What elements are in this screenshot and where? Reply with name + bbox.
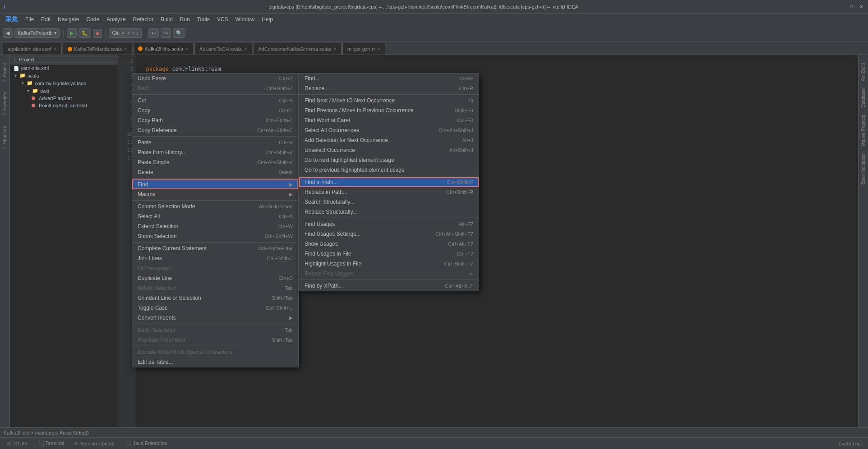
sm-unselect-occurrence[interactable]: Unselect Occurrence Alt+Shift+J	[299, 145, 479, 155]
cm-find[interactable]: Find ▶	[132, 179, 298, 189]
tab-kafka2hdfs[interactable]: Kafka2Hdfs.scala ✕	[133, 43, 194, 55]
sidebar-item-database[interactable]: Database	[860, 85, 867, 111]
minimize-button[interactable]: –	[838, 4, 845, 10]
cm-prev-param[interactable]: Previous Parameter Shift+Tab	[132, 335, 298, 345]
sm-replace[interactable]: Replace... Ctrl+R	[299, 83, 479, 93]
menu-item-caiji[interactable]: 采集	[2, 14, 22, 25]
sm-find-by-xpath[interactable]: Find by XPath... Ctrl+Alt+X, F	[299, 281, 479, 291]
menu-item-analyze[interactable]: Analyze	[103, 15, 129, 24]
sm-go-next-highlighted[interactable]: Go to next highlighted element usage	[299, 155, 479, 165]
cm-redo[interactable]: Redo Ctrl+Shift+Z	[132, 83, 298, 93]
sm-replace-in-path[interactable]: Replace in Path... Ctrl+Shift+R	[299, 187, 479, 197]
cm-paste-history[interactable]: Paste from History... Ctrl+Shift+V	[132, 147, 298, 157]
cm-macros[interactable]: Macros ▶	[132, 189, 298, 199]
sm-add-selection-next[interactable]: Add Selection for Next Occurrence Alt+J	[299, 135, 479, 145]
tab-application-dev-conf[interactable]: application-dev.conf ✕	[3, 43, 62, 55]
sm-find[interactable]: Find... Ctrl+F	[299, 73, 479, 83]
stop-button[interactable]: ■	[93, 29, 102, 38]
tree-item-yarn[interactable]: 📄 yarn-site.xml	[10, 64, 118, 72]
toolbar-back[interactable]: ◀	[3, 28, 13, 38]
cm-delete[interactable]: Delete Delete	[132, 167, 298, 177]
tab-kafkatopolardb[interactable]: KafkaToPolardb.scala ✕	[63, 43, 132, 55]
cm-indent-selection[interactable]: Indent Selection Tab	[132, 283, 298, 293]
cm-fill-paragraph[interactable]: Fill Paragraph	[132, 263, 298, 273]
menu-item-edit[interactable]: Edit	[37, 15, 54, 24]
sidebar-item-maven[interactable]: Maven Projects	[860, 111, 867, 150]
sm-replace-structurally[interactable]: Replace Structurally...	[299, 207, 479, 217]
menu-item-file[interactable]: File	[22, 15, 37, 24]
sm-highlight-usages[interactable]: Highlight Usages in File Ctrl+Shift+F7	[299, 259, 479, 269]
context-menu-overlay[interactable]: Undo Paste Ctrl+Z Redo Ctrl+Shift+Z Cut …	[118, 55, 858, 437]
cm-duplicate-line[interactable]: Duplicate Line Ctrl+D	[132, 273, 298, 283]
sm-find-usages-settings[interactable]: Find Usages Settings... Ctrl+Alt+Shift+F…	[299, 229, 479, 239]
menu-item-navigate[interactable]: Navigate	[54, 15, 83, 24]
tab-adconsumer[interactable]: AdConsumerKafkaSchema.scala ✕	[253, 43, 341, 55]
bottom-tab-vcs[interactable]: 9: Version Control	[71, 440, 118, 447]
sm-find-prev[interactable]: Find Previous / Move to Previous Occurre…	[299, 105, 479, 115]
maximize-button[interactable]: □	[848, 4, 854, 10]
menu-item-refactor[interactable]: Refactor	[129, 15, 157, 24]
menu-item-help[interactable]: Help	[258, 15, 277, 24]
run-button[interactable]: ▶	[67, 28, 77, 38]
cm-encode-xml[interactable]: Encode XML/HTML Special Characters	[132, 347, 298, 357]
sm-select-all-occurrences[interactable]: Select All Occurrences Ctrl+Alt+Shift+J	[299, 125, 479, 135]
sm-find-next[interactable]: Find Next / Move tO Next Occurrence F3	[299, 96, 479, 105]
sm-recent-find-usages[interactable]: Recent Find Usages ▶	[299, 269, 479, 279]
cm-join-lines[interactable]: Join Lines Ctrl+Shift+J	[132, 253, 298, 263]
cm-toggle-case[interactable]: Toggle Case Ctrl+Shift+U	[132, 303, 298, 313]
cm-shrink-selection[interactable]: Shrink Selection Ctrl+Shift+W	[132, 231, 298, 241]
sm-find-in-path[interactable]: Find in Path... Ctrl+Shift+F	[299, 177, 479, 187]
sm-find-usages[interactable]: Find Usages Alt+F7	[299, 219, 479, 229]
cm-select-all[interactable]: Select All Ctrl+A	[132, 211, 298, 221]
menu-item-build[interactable]: Build	[157, 15, 176, 24]
cm-paste[interactable]: Paste Ctrl+V	[132, 137, 298, 147]
menu-item-window[interactable]: Window	[232, 15, 259, 24]
menu-item-vcs[interactable]: VCS	[213, 15, 232, 24]
tree-item-com-zw[interactable]: ▼ 📁 com.zw.bigdata.yd.land	[10, 79, 118, 87]
close-button[interactable]: ✕	[858, 4, 864, 10]
tree-item-advertplan[interactable]: AdvertPlanStat	[10, 95, 118, 102]
cm-cut[interactable]: Cut Ctrl+X	[132, 96, 298, 105]
git-branch[interactable]: Git: ✓ ✓ ↑ ↓	[109, 28, 141, 38]
redo-button[interactable]: ↪	[161, 28, 171, 38]
sm-find-word-at-caret[interactable]: Find Word at Caret Ctrl+F3	[299, 115, 479, 125]
bottom-tab-event-log[interactable]: Event Log	[835, 440, 864, 447]
sidebar-item-structure[interactable]: Z: Structure	[1, 122, 8, 153]
cm-paste-simple[interactable]: Paste Simple Ctrl+Alt+Shift+V	[132, 157, 298, 167]
cm-copy-path[interactable]: Copy Path Ctrl+Shift+C	[132, 115, 298, 125]
sidebar-item-ant-build[interactable]: Ant Build	[860, 60, 867, 85]
cm-extend-selection[interactable]: Extend Selection Ctrl+W	[132, 221, 298, 231]
sm-find-usages-in-file[interactable]: FInd Usages in File Ctrl+F7	[299, 249, 479, 259]
cm-complete-statement[interactable]: Complete Current Statement Ctrl+Shift+En…	[132, 243, 298, 253]
tab-adlandtoch[interactable]: AdLandToCH.scala ✕	[194, 43, 252, 55]
bottom-tab-terminal[interactable]: ⬛ Terminal	[34, 440, 68, 447]
cm-copy[interactable]: Copy Ctrl+C	[132, 105, 298, 115]
tree-item-dwd[interactable]: ▼ 📁 dwd	[10, 87, 118, 95]
menu-item-code[interactable]: Code	[83, 15, 103, 24]
cm-column-selection[interactable]: Column Selection Mode Alt+Shift+Insert	[132, 202, 298, 211]
search-everywhere[interactable]: 🔍	[173, 28, 185, 38]
bottom-tab-todo[interactable]: 6: TODO	[4, 440, 31, 447]
cm-convert-indents[interactable]: Convert Indents ▶	[132, 313, 298, 323]
sidebar-item-bean-validation[interactable]: Bean Validation	[860, 150, 867, 188]
tab-cps-gzh-rt[interactable]: m cps-gzh-rt ✕	[342, 43, 385, 55]
sidebar-item-favorites[interactable]: 2: Favorites	[1, 88, 8, 119]
cm-copy-reference[interactable]: Copy Reference Ctrl+Alt+Shift+C	[132, 125, 298, 135]
menu-item-tools[interactable]: Tools	[194, 15, 213, 24]
tree-item-pointlog[interactable]: PointLogAndLandStat	[10, 102, 118, 109]
editor-area[interactable]: 1 2 3 4 5 6 7 8 9 10 11 12 13 package co…	[118, 55, 858, 437]
sm-search-structurally[interactable]: Search Structurally...	[299, 197, 479, 207]
sm-go-prev-highlighted[interactable]: Go to previous highlighted element usage	[299, 165, 479, 175]
cm-next-param[interactable]: Next Parameter Tab	[132, 325, 298, 335]
bottom-tab-java-enterprise[interactable]: ⬛ Java Enterprise	[121, 440, 171, 447]
sidebar-item-project[interactable]: 1: Project	[1, 60, 8, 86]
toolbar-project-selector[interactable]: KafkaToPolardb ▾	[14, 28, 60, 38]
cm-undo-paste[interactable]: Undo Paste Ctrl+Z	[132, 73, 298, 83]
menu-item-run[interactable]: Run	[176, 15, 194, 24]
cm-edit-as-table[interactable]: Edit as Table...	[132, 357, 298, 367]
debug-button[interactable]: 🐛	[78, 28, 91, 38]
cm-unindent[interactable]: Unindent Line or Selection Shift+Tab	[132, 293, 298, 303]
tree-item-scala[interactable]: ▼ 📁 scala	[10, 72, 118, 79]
sm-show-usages[interactable]: Show Usages Ctrl+Alt+F7	[299, 239, 479, 249]
undo-button[interactable]: ↩	[148, 28, 159, 38]
